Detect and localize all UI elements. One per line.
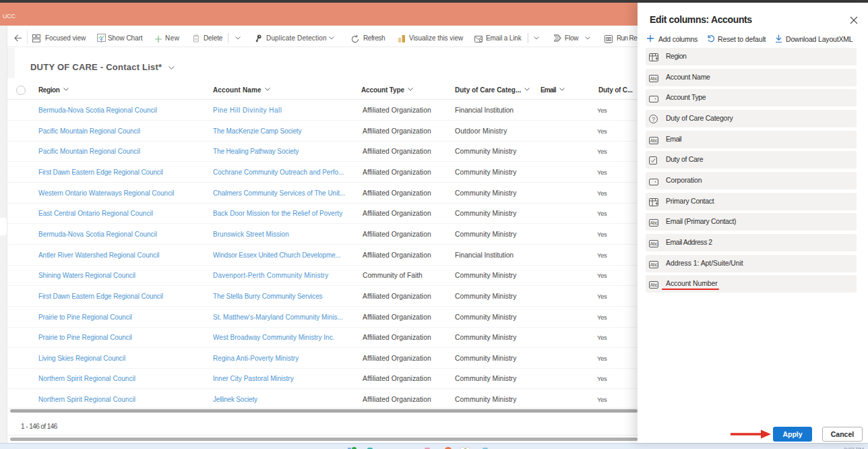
svg-text:Abc: Abc: [650, 220, 658, 225]
svg-text:Abc: Abc: [650, 76, 658, 81]
svg-text:Abc: Abc: [650, 262, 658, 267]
svg-text:?: ?: [652, 116, 655, 123]
svg-text:Abc: Abc: [650, 241, 658, 246]
svg-text:Abc: Abc: [650, 282, 658, 287]
svg-text:Abc: Abc: [650, 138, 658, 143]
